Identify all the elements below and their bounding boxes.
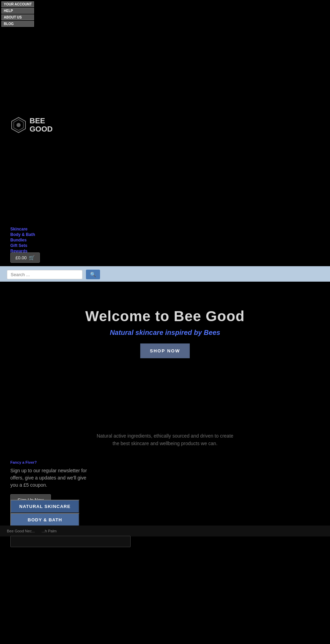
svg-point-2 — [16, 123, 21, 127]
top-nav-help[interactable]: Help — [1, 8, 34, 14]
footer-link-1[interactable]: Bee Good Nec... — [7, 529, 35, 533]
logo-area: BEE GOOD — [10, 117, 53, 133]
logo-icon — [10, 117, 27, 133]
nav-bundles[interactable]: Bundles — [10, 238, 35, 242]
category-tab-body-bath[interactable]: Body & Bath — [10, 513, 79, 527]
shop-now-button[interactable]: SHOP NOW — [140, 343, 190, 358]
nav-gift-sets[interactable]: Gift Sets — [10, 243, 35, 248]
cart-icon: 🛒 — [29, 255, 35, 260]
about-description: Natural active ingredients, ethically so… — [34, 432, 296, 448]
bottom-input[interactable] — [10, 536, 131, 547]
top-nav: Your Account Help About Us Blog — [0, 0, 35, 28]
hero-section: Welcome to Bee Good Natural skincare ins… — [0, 282, 330, 385]
search-button[interactable]: 🔍 — [86, 270, 100, 279]
nav-body-bath[interactable]: Body & Bath — [10, 232, 35, 237]
category-tab-skincare[interactable]: Natural Skincare — [10, 500, 79, 513]
newsletter-text: Sign up to our regular newsletter for of… — [10, 467, 148, 489]
cart-price: £0.00 — [15, 255, 27, 260]
top-nav-about-us[interactable]: About Us — [1, 14, 34, 20]
footer-bar: Bee Good Nec... ...h Palm — [0, 526, 330, 536]
main-nav: Skincare Body & Bath Bundles Gift Sets R… — [10, 227, 35, 253]
search-icon: 🔍 — [90, 272, 96, 277]
hero-title: Welcome to Bee Good — [85, 308, 245, 325]
top-nav-your-account[interactable]: Your Account — [1, 1, 34, 7]
search-bar: 🔍 — [0, 266, 330, 283]
newsletter-tag: Fancy a Fiver? — [10, 460, 148, 464]
newsletter-section: Fancy a Fiver? Sign up to our regular ne… — [10, 460, 148, 506]
site-logo-text: BEE GOOD — [30, 117, 53, 133]
cart-button[interactable]: £0.00 🛒 — [10, 252, 40, 263]
footer-link-2[interactable]: ...h Palm — [42, 529, 56, 533]
nav-skincare[interactable]: Skincare — [10, 227, 35, 231]
hero-subtitle: Natural skincare inspired by Bees — [110, 329, 220, 337]
search-input[interactable] — [7, 270, 82, 279]
top-nav-blog[interactable]: Blog — [1, 21, 34, 27]
